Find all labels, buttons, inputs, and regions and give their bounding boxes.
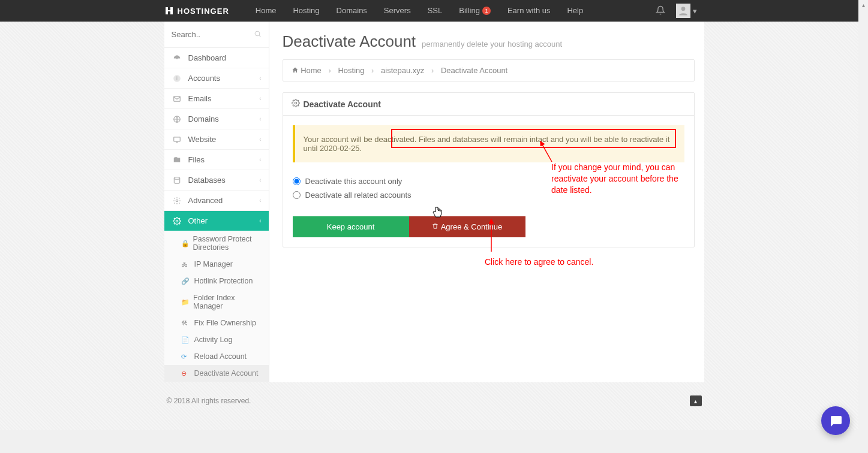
sub-deactivate-label: Deactivate Account [194, 369, 259, 378]
breadcrumb-hosting[interactable]: Hosting [338, 66, 364, 75]
sidebar-item-databases[interactable]: Databases‹ [164, 170, 269, 190]
sidebar-item-advanced[interactable]: Advanced‹ [164, 191, 269, 210]
nav-ssl[interactable]: SSL [419, 0, 451, 22]
brand-text: HOSTINGER [178, 7, 229, 16]
nav-billing[interactable]: Billing1 [450, 0, 499, 22]
page-subtitle: permanently delete your hosting account [422, 40, 562, 49]
domains-icon [173, 115, 184, 123]
svg-point-10 [176, 220, 178, 222]
radio-all-accounts[interactable] [293, 191, 301, 199]
page-container: Dashboard iAccounts‹ Emails‹ Domains‹ We… [164, 22, 704, 382]
brand-logo[interactable]: HOSTINGER [164, 6, 229, 16]
footer: © 2018 All rights reserved. ▴ [164, 388, 704, 424]
sidebar-menu: Dashboard iAccounts‹ Emails‹ Domains‹ We… [164, 48, 269, 382]
chevron-icon: ‹ [259, 177, 261, 183]
sub-fix-file[interactable]: 🛠Fix File Ownership [164, 315, 269, 331]
scroll-top-button[interactable]: ▴ [690, 395, 702, 406]
sub-ip-manager[interactable]: 🖧IP Manager [164, 256, 269, 273]
agree-continue-button[interactable]: Agree & Continue [409, 216, 525, 237]
emails-icon [173, 95, 184, 103]
sub-deactivate[interactable]: ⊖Deactivate Account [164, 365, 269, 382]
databases-icon [173, 176, 184, 185]
breadcrumb: Home › Hosting › aistepau.xyz › Deactiva… [283, 59, 695, 81]
website-icon [173, 135, 184, 144]
nav-help[interactable]: Help [558, 0, 591, 22]
sidebar-website-label: Website [188, 135, 217, 144]
nav-hosting-label: Hosting [293, 0, 319, 22]
sidebar-item-website[interactable]: Website‹ [164, 129, 269, 149]
sidebar-advanced-label: Advanced [188, 196, 223, 205]
hostinger-logo-icon [164, 6, 174, 16]
window-scrollbar[interactable]: ▴ ▾ [858, 0, 868, 430]
user-menu[interactable]: ▾ [676, 4, 697, 18]
breadcrumb-domain[interactable]: aistepau.xyz [381, 66, 424, 75]
nav-hosting[interactable]: Hosting [284, 0, 328, 22]
nav-links: Home Hosting Domains Servers SSL Billing… [247, 0, 591, 22]
chevron-icon: ‹ [259, 136, 261, 143]
deactivation-alert: Your account will be deactivated. Files … [293, 125, 684, 162]
svg-point-9 [176, 200, 178, 202]
ip-icon: 🖧 [181, 261, 191, 268]
breadcrumb-separator: › [431, 66, 434, 75]
notifications-bell-icon[interactable] [656, 5, 665, 17]
sub-fix-file-label: Fix File Ownership [194, 319, 257, 327]
sidebar-item-domains[interactable]: Domains‹ [164, 109, 269, 129]
footer-copyright: © 2018 All rights reserved. [167, 397, 251, 405]
sub-activity-log[interactable]: 📄Activity Log [164, 331, 269, 348]
nav-home[interactable]: Home [247, 0, 285, 22]
sidebar-item-dashboard[interactable]: Dashboard [164, 48, 269, 68]
sidebar-domains-label: Domains [188, 114, 219, 123]
nav-home-label: Home [256, 0, 277, 22]
scrollbar-up-icon[interactable]: ▴ [858, 0, 868, 10]
sidebar-item-accounts[interactable]: iAccounts‹ [164, 68, 269, 88]
nav-domains-label: Domains [337, 0, 367, 22]
billing-badge: 1 [482, 7, 491, 15]
chevron-icon: ‹ [259, 197, 261, 204]
chat-icon [828, 413, 843, 428]
nav-domains[interactable]: Domains [328, 0, 376, 22]
hotlink-icon: 🔗 [181, 277, 191, 285]
nav-servers[interactable]: Servers [376, 0, 419, 22]
sub-activity-log-label: Activity Log [194, 336, 233, 344]
reload-icon: ⟳ [181, 353, 191, 361]
chevron-icon: ‹ [259, 95, 261, 102]
sidebar: Dashboard iAccounts‹ Emails‹ Domains‹ We… [164, 22, 269, 382]
keep-account-button[interactable]: Keep account [293, 216, 409, 237]
sub-hotlink[interactable]: 🔗Hotlink Protection [164, 273, 269, 289]
chevron-icon: ‹ [259, 75, 261, 81]
sidebar-item-other[interactable]: Other‹ [164, 211, 269, 231]
svg-point-8 [174, 177, 179, 179]
svg-rect-7 [173, 137, 180, 141]
sub-ip-manager-label: IP Manager [194, 260, 233, 268]
sidebar-databases-label: Databases [188, 176, 226, 185]
dashboard-icon [173, 54, 184, 62]
sidebar-files-label: Files [188, 155, 205, 164]
sub-reload[interactable]: ⟳Reload Account [164, 348, 269, 365]
page-heading: Deactivate Account permanently delete yo… [283, 32, 695, 51]
chat-bubble-button[interactable] [821, 406, 850, 430]
radio-this-account[interactable] [293, 177, 301, 185]
nav-ssl-label: SSL [428, 0, 443, 22]
other-icon [173, 217, 184, 225]
log-icon: 📄 [181, 336, 191, 344]
fix-icon: 🛠 [181, 319, 191, 327]
nav-earn[interactable]: Earn with us [499, 0, 559, 22]
svg-point-1 [255, 31, 260, 36]
breadcrumb-separator: › [371, 66, 374, 75]
files-icon [173, 156, 184, 164]
search-input[interactable] [172, 26, 262, 43]
breadcrumb-home[interactable]: Home [301, 66, 322, 75]
search-icon [254, 30, 262, 40]
deactivate-icon: ⊖ [181, 370, 191, 378]
accounts-icon: i [173, 74, 184, 83]
sidebar-dashboard-label: Dashboard [188, 53, 227, 62]
keep-account-label: Keep account [327, 222, 375, 231]
svg-point-11 [295, 102, 297, 104]
sub-reload-label: Reload Account [194, 352, 247, 361]
sliders-icon [292, 99, 300, 109]
sidebar-item-emails[interactable]: Emails‹ [164, 89, 269, 108]
sub-password-protect[interactable]: 🔒Password Protect Directories [164, 231, 269, 256]
sub-folder-index[interactable]: 📁Folder Index Manager [164, 289, 269, 315]
sidebar-item-files[interactable]: Files‹ [164, 150, 269, 170]
sidebar-emails-label: Emails [188, 94, 212, 103]
